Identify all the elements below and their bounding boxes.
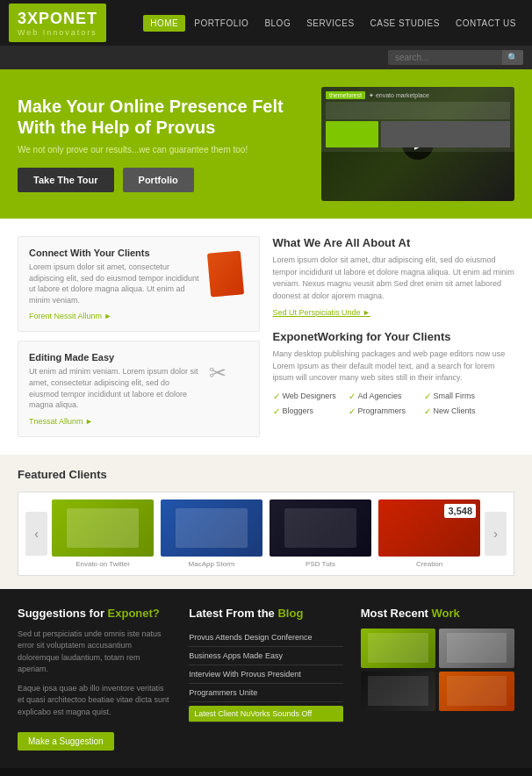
scissors-icon: ✂	[209, 361, 248, 385]
header: 3XPONET Web Innovators HOME PORTFOLIO BL…	[0, 0, 532, 46]
feature-editing-content: Editing Made Easy Ut enim ad minim venia…	[29, 352, 202, 425]
feature-connect: Connect With Your Clients Lorem ipsum do…	[18, 236, 260, 332]
video-thumb-1	[326, 121, 378, 147]
check-icon: ✓	[349, 406, 356, 416]
blog-column: Latest From the Blog Provus Attends Desi…	[189, 607, 342, 751]
nav-case-studies[interactable]: CASE STUDIES	[363, 15, 447, 32]
blog-link-5[interactable]: Latest Client NuVorks Sounds Off	[189, 706, 342, 722]
what-we-are-section: What We Are All About At Lorem ipsum dol…	[273, 236, 515, 317]
blog-link-3[interactable]: Interview With Provus President	[189, 665, 342, 684]
carousel-label-2: MacApp Storm	[161, 560, 262, 568]
feature-editing-icon-area: ✂	[209, 352, 248, 385]
check-icon: ✓	[424, 392, 431, 401]
logo-sub: Web Innovators	[18, 28, 97, 37]
suggestions-text-2: Eaque ipsa quae ab illo inventore verita…	[18, 683, 171, 719]
feature-connect-title: Connect With Your Clients	[29, 248, 202, 258]
carousel-thumb-3	[270, 499, 371, 557]
white-section: Connect With Your Clients Lorem ipsum do…	[0, 219, 532, 455]
exponet-working-text: Many desktop publishing packages and web…	[273, 348, 515, 384]
nav-portfolio[interactable]: PORTFOLIO	[187, 15, 255, 32]
tour-button[interactable]: Take The Tour	[18, 168, 114, 192]
nav-home[interactable]: HOME	[143, 15, 185, 32]
carousel-label-1: Envato on Twitter	[52, 560, 154, 568]
blog-link-4[interactable]: Programmers Unite	[189, 684, 342, 702]
check-icon: ✓	[349, 392, 356, 401]
hero-title: Make Your Online Presence Felt With the …	[18, 96, 308, 138]
feature-editing: Editing Made Easy Ut enim ad minim venia…	[18, 341, 260, 436]
what-we-are-text: Lorem ipsum dolor sit amet, dtur adipisc…	[273, 255, 515, 302]
search-bar: 🔍	[0, 46, 532, 69]
feature-connect-text: Lorem ipsum dolor sit amet, consectetur …	[29, 262, 202, 305]
dark-section: Suggestions for Exponet? Sed ut perspici…	[0, 589, 532, 769]
clients-grid: ✓ Web Designers ✓ Ad Agencies ✓ Small Fi…	[273, 392, 515, 416]
what-we-are-title: What We Are All About At	[273, 236, 515, 249]
client-ad-agencies: ✓ Ad Agencies	[349, 392, 419, 401]
logo: 3XPONET Web Innovators	[9, 4, 106, 42]
card-icon	[206, 250, 243, 297]
search-button[interactable]: 🔍	[502, 50, 523, 65]
carousel-prev[interactable]: ‹	[25, 512, 47, 556]
feature-connect-link[interactable]: Forent Nessit Allunm ►	[29, 312, 111, 320]
bottom-nav: HOME PORTFOLIO BLOG SERVICES CASE STUDIE…	[0, 768, 532, 776]
suggest-button[interactable]: Make a Suggestion	[18, 732, 114, 751]
blog-link-2[interactable]: Business Apps Made Easy	[189, 647, 342, 665]
recent-thumb-4	[439, 672, 514, 711]
exponet-working-section: ExponetWorking for Your Clients Many des…	[273, 330, 515, 416]
carousel-next[interactable]: ›	[485, 512, 507, 556]
client-small-firms: ✓ Small Firms	[424, 392, 494, 401]
client-bloggers: ✓ Bloggers	[273, 406, 343, 416]
carousel-item-3: PSD Tuts	[270, 499, 371, 568]
hero-video: themeforest ✦ envato marketplace	[321, 87, 514, 201]
nav-contact[interactable]: CONTACT US	[449, 15, 523, 32]
featured-title: Featured Clients	[18, 468, 514, 481]
feature-connect-icon-area	[209, 248, 248, 296]
nav-services[interactable]: SERVICES	[299, 15, 361, 32]
carousel-item-4: 3,548 Creation	[378, 499, 480, 568]
search-input[interactable]	[388, 50, 502, 65]
carousel-label-4: Creation	[378, 560, 480, 568]
main-content: Connect With Your Clients Lorem ipsum do…	[18, 236, 514, 437]
carousel: ‹ Envato on Twitter MacApp Storm PSD Tut…	[18, 492, 514, 576]
carousel-label-3: PSD Tuts	[270, 560, 371, 568]
recent-work-column: Most Recent Work	[361, 607, 514, 751]
nav-blog[interactable]: BLOG	[257, 15, 298, 32]
suggestions-heading: Suggestions for Exponet?	[18, 607, 171, 620]
carousel-item-2: MacApp Storm	[161, 499, 262, 568]
logo-text: 3XPONET	[18, 10, 97, 28]
blog-heading-accent: Blog	[277, 607, 303, 620]
client-new-clients: ✓ New Clients	[424, 406, 494, 416]
feature-editing-link[interactable]: Tnessat Allunm ►	[29, 417, 93, 426]
blog-link-1[interactable]: Provus Attends Design Conference	[189, 629, 342, 647]
hero-buttons: Take The Tour Portfolio	[18, 168, 308, 192]
hero-text: Make Your Online Presence Felt With the …	[18, 96, 308, 192]
hero-subtitle: We not only prove our results...we can g…	[18, 145, 308, 154]
feature-connect-content: Connect With Your Clients Lorem ipsum do…	[29, 248, 202, 320]
featured-section: Featured Clients ‹ Envato on Twitter Mac…	[0, 455, 532, 589]
check-icon: ✓	[424, 406, 431, 416]
recent-work-grid	[361, 629, 514, 711]
exponet-working-title: ExponetWorking for Your Clients	[273, 330, 515, 343]
feature-editing-text: Ut enim ad minim veniam. Lorem ipsum dol…	[29, 366, 202, 410]
video-thumb-2	[381, 121, 510, 147]
carousel-thumb-1	[52, 499, 154, 557]
hero-section: Make Your Online Presence Felt With the …	[0, 69, 532, 219]
carousel-thumb-2	[161, 499, 262, 557]
client-web-designers: ✓ Web Designers	[273, 392, 343, 401]
themeforest-badge: themeforest	[326, 91, 365, 99]
portfolio-button[interactable]: Portfolio	[123, 168, 194, 192]
recent-thumb-1	[361, 629, 436, 668]
left-column: Connect With Your Clients Lorem ipsum do…	[18, 236, 260, 437]
carousel-items: Envato on Twitter MacApp Storm PSD Tuts …	[52, 499, 480, 568]
feature-editing-title: Editing Made Easy	[29, 352, 202, 363]
suggestions-column: Suggestions for Exponet? Sed ut perspici…	[18, 607, 171, 751]
recent-thumb-3	[361, 672, 436, 711]
what-we-are-link[interactable]: Sed Ut Perspiciatis Unde ►	[273, 308, 370, 317]
check-icon: ✓	[273, 392, 280, 401]
client-programmers: ✓ Programmers	[349, 406, 419, 416]
envato-badge: ✦ envato marketplace	[369, 92, 429, 99]
suggestions-text-1: Sed ut perspiciatis unde omnis iste natu…	[18, 629, 171, 676]
right-column: What We Are All About At Lorem ipsum dol…	[273, 236, 515, 437]
carousel-item-1: Envato on Twitter	[52, 499, 154, 568]
suggestions-brand: Exponet?	[108, 607, 160, 620]
blog-heading: Latest From the Blog	[189, 607, 342, 620]
